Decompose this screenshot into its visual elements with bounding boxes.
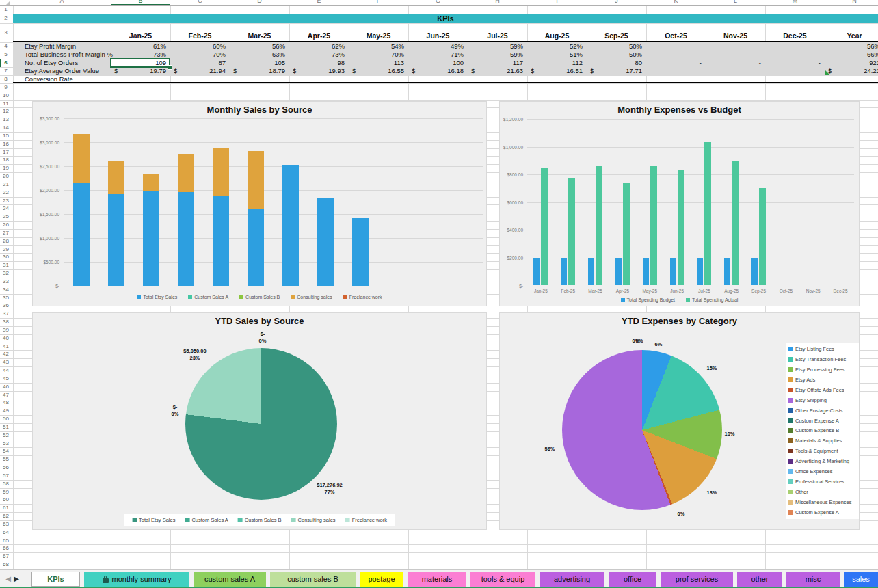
- tab-kpis[interactable]: KPIs: [31, 572, 80, 587]
- column-header-K[interactable]: K: [669, 0, 683, 5]
- column-header-D[interactable]: D: [253, 0, 267, 5]
- tab-postage[interactable]: postage: [360, 572, 403, 587]
- tab-materials[interactable]: materials: [408, 572, 466, 587]
- row-number[interactable]: 32: [0, 269, 12, 278]
- row-number[interactable]: 45: [0, 375, 12, 383]
- kpi-cell[interactable]: 62%: [289, 42, 345, 51]
- kpi-cell[interactable]: 59%: [468, 51, 523, 59]
- kpi-cell[interactable]: 100: [408, 59, 464, 67]
- row-number[interactable]: 39: [0, 326, 12, 334]
- row-number[interactable]: 11: [0, 100, 12, 108]
- chart-monthly-sales-by-source[interactable]: Monthly Sales by Source $3,500.00$3,000.…: [32, 101, 487, 306]
- row-number[interactable]: 16: [0, 140, 12, 148]
- kpi-cell[interactable]: 19.79: [111, 67, 166, 75]
- row-number[interactable]: 21: [0, 181, 12, 189]
- kpi-cell[interactable]: 63%: [230, 51, 285, 59]
- kpi-cell[interactable]: 56%: [230, 42, 285, 51]
- tab-scroll-right[interactable]: ▶: [12, 575, 21, 583]
- row-number[interactable]: 9: [0, 83, 12, 92]
- column-header-E[interactable]: E: [312, 0, 326, 5]
- column-header-L[interactable]: L: [729, 0, 743, 5]
- kpi-cell[interactable]: 18.79: [230, 67, 285, 75]
- kpi-cell[interactable]: -: [646, 59, 702, 67]
- kpi-cell[interactable]: 21.63: [468, 67, 523, 75]
- row-number[interactable]: 62: [0, 512, 12, 520]
- row-number[interactable]: 17: [0, 148, 12, 157]
- row-number[interactable]: 63: [0, 520, 12, 529]
- row-number[interactable]: 1: [0, 5, 12, 14]
- kpi-cell[interactable]: 17.71: [587, 67, 642, 75]
- row-number[interactable]: 35: [0, 294, 12, 302]
- tab-advertising[interactable]: advertising: [540, 572, 604, 587]
- row-number[interactable]: 25: [0, 213, 12, 221]
- row-number[interactable]: 20: [0, 172, 12, 181]
- kpi-cell[interactable]: 54%: [349, 42, 404, 51]
- row-number[interactable]: 34: [0, 286, 12, 294]
- row-number[interactable]: 3: [0, 23, 12, 42]
- row-number[interactable]: 18: [0, 156, 12, 164]
- chart-monthly-expenses-vs-budget[interactable]: Monthly Expenses vs Budget $1,200.00$1,0…: [499, 101, 860, 306]
- row-number[interactable]: 22: [0, 189, 12, 197]
- kpi-cell[interactable]: 80: [587, 59, 642, 67]
- kpi-cell[interactable]: 50%: [587, 51, 642, 59]
- row-number[interactable]: 10: [0, 92, 12, 100]
- row-number[interactable]: 47: [0, 391, 12, 399]
- select-all-corner[interactable]: [6, 1, 10, 5]
- row-number[interactable]: 2: [0, 14, 12, 23]
- row-number[interactable]: 37: [0, 310, 12, 318]
- column-header-F[interactable]: F: [372, 0, 386, 5]
- row-number[interactable]: 23: [0, 197, 12, 205]
- row-number[interactable]: 46: [0, 383, 12, 391]
- kpi-cell[interactable]: 70%: [170, 51, 226, 59]
- row-number[interactable]: 65: [0, 537, 12, 545]
- chart-ytd-sales-by-source[interactable]: YTD Sales by Source $- 0%$5,050.00 23%$-…: [32, 312, 487, 530]
- row-number[interactable]: 5: [0, 51, 12, 59]
- column-header-M[interactable]: M: [788, 0, 802, 5]
- kpi-cell[interactable]: 60%: [170, 42, 226, 51]
- row-headers[interactable]: 1234567891011121314151617181920212223242…: [0, 5, 13, 569]
- kpi-cell[interactable]: 52%: [527, 42, 583, 51]
- column-header-G[interactable]: G: [431, 0, 445, 5]
- row-number[interactable]: 38: [0, 318, 12, 326]
- row-number[interactable]: 7: [0, 67, 12, 75]
- tab-tools-equip[interactable]: tools & equip: [470, 572, 535, 587]
- selection-fill-handle[interactable]: [168, 65, 172, 70]
- kpi-cell[interactable]: 16.55: [349, 67, 404, 75]
- kpi-cell[interactable]: 109: [111, 59, 166, 67]
- kpi-cell[interactable]: 112: [527, 59, 583, 67]
- row-number[interactable]: 50: [0, 415, 12, 423]
- row-number[interactable]: 56: [0, 464, 12, 472]
- kpi-cell[interactable]: -: [706, 59, 761, 67]
- kpi-cell[interactable]: 16.51: [527, 67, 583, 75]
- kpi-cell[interactable]: 19.93: [289, 67, 345, 75]
- tab-other[interactable]: other: [737, 572, 782, 587]
- row-number[interactable]: 6: [0, 59, 12, 67]
- row-number[interactable]: 19: [0, 164, 12, 172]
- tab-office[interactable]: office: [609, 572, 656, 587]
- row-number[interactable]: 60: [0, 496, 12, 504]
- kpi-cell[interactable]: 71%: [408, 51, 464, 59]
- column-header-J[interactable]: J: [610, 0, 624, 5]
- row-number[interactable]: 27: [0, 229, 12, 237]
- row-number[interactable]: 44: [0, 366, 12, 375]
- kpi-cell[interactable]: 921: [825, 59, 878, 67]
- column-header-A[interactable]: A: [55, 0, 69, 5]
- row-number[interactable]: 49: [0, 407, 12, 415]
- column-header-C[interactable]: C: [194, 0, 207, 5]
- row-number[interactable]: 29: [0, 245, 12, 254]
- row-number[interactable]: 26: [0, 221, 12, 229]
- tab-custom-sales-b[interactable]: custom sales B: [270, 572, 356, 587]
- row-number[interactable]: 52: [0, 431, 12, 440]
- row-number[interactable]: 33: [0, 278, 12, 286]
- tab-misc[interactable]: misc: [786, 572, 840, 587]
- tab-monthly-summary[interactable]: monthly summary: [84, 572, 189, 587]
- row-number[interactable]: 48: [0, 399, 12, 407]
- row-number[interactable]: 43: [0, 358, 12, 366]
- row-number[interactable]: 42: [0, 350, 12, 358]
- kpi-cell[interactable]: 98: [289, 59, 345, 67]
- row-number[interactable]: 36: [0, 302, 12, 310]
- chart-ytd-expenses-by-category[interactable]: YTD Expenses by Category 0%0%6%15%10%13%…: [499, 312, 860, 530]
- kpi-cell[interactable]: -: [765, 59, 821, 67]
- kpi-cell[interactable]: 16.18: [408, 67, 464, 75]
- row-number[interactable]: 41: [0, 343, 12, 351]
